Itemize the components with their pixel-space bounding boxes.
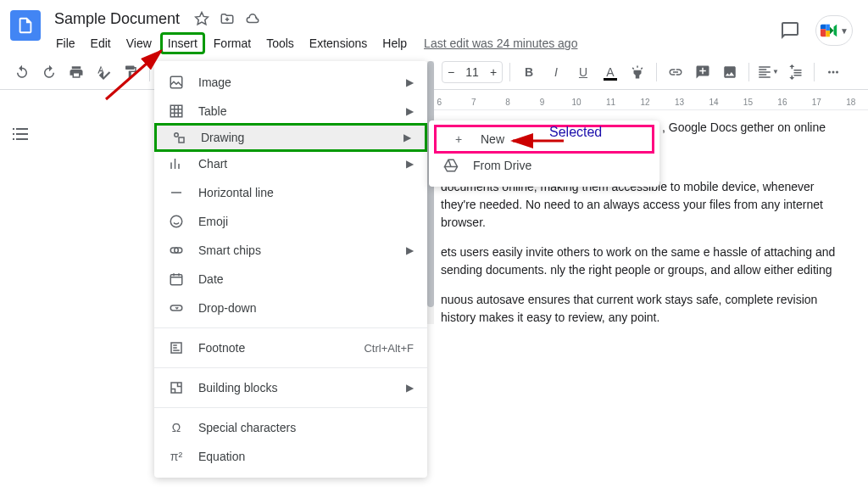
doc-paragraph: ets users easily invite others to work o… (441, 243, 843, 279)
svg-point-6 (175, 133, 179, 137)
menu-table[interactable]: Table ▶ (154, 97, 427, 126)
font-size-plus[interactable]: + (485, 65, 502, 79)
highlight-button[interactable] (626, 60, 649, 84)
menu-chart[interactable]: Chart ▶ (154, 149, 427, 178)
drawing-submenu: + New From Drive (429, 120, 659, 187)
menu-drawing[interactable]: Drawing ▶ (154, 123, 427, 152)
menu-insert[interactable]: Insert (160, 32, 205, 54)
menu-smart-chips[interactable]: Smart chips ▶ (154, 236, 427, 265)
submenu-new[interactable]: + New (434, 125, 654, 154)
svg-rect-5 (170, 105, 182, 117)
menu-tools[interactable]: Tools (259, 33, 301, 53)
blocks-icon (168, 379, 185, 396)
paint-format-button[interactable] (119, 60, 142, 84)
font-size-control[interactable]: − 11 + (442, 61, 503, 83)
menu-emoji[interactable]: Emoji (154, 207, 427, 236)
outline-icon[interactable] (10, 124, 31, 144)
omega-icon: Ω (168, 419, 185, 436)
chart-icon (168, 155, 185, 172)
menu-file[interactable]: File (49, 33, 82, 53)
table-icon (168, 103, 185, 120)
cloud-icon[interactable] (244, 10, 261, 27)
footnote-icon (168, 339, 185, 356)
align-button[interactable]: ▼ (756, 60, 780, 84)
star-icon[interactable] (193, 10, 210, 27)
italic-button[interactable]: I (544, 60, 568, 84)
pi-icon: π² (168, 448, 185, 465)
svg-rect-7 (179, 137, 184, 143)
emoji-icon (168, 213, 185, 230)
plus-icon: + (450, 131, 467, 148)
menu-date[interactable]: Date (154, 265, 427, 294)
submenu-from-drive[interactable]: From Drive (429, 151, 659, 180)
doc-paragraph: nuous autosave ensures that current work… (441, 291, 843, 327)
menu-scrollbar[interactable] (427, 61, 434, 324)
chips-icon (168, 242, 185, 259)
spellcheck-button[interactable] (92, 60, 115, 84)
menu-extensions[interactable]: Extensions (303, 33, 374, 53)
chevron-right-icon: ▶ (403, 131, 411, 143)
menu-equation[interactable]: π² Equation (154, 442, 427, 471)
date-icon (168, 271, 185, 288)
chevron-right-icon: ▶ (406, 244, 414, 256)
last-edit-link[interactable]: Last edit was 24 minutes ago (424, 36, 577, 50)
toolbar: − 11 + B I U A ▼ (0, 54, 868, 90)
image-icon (168, 74, 185, 91)
menu-image[interactable]: Image ▶ (154, 68, 427, 97)
chevron-right-icon: ▶ (406, 158, 414, 170)
chevron-right-icon: ▶ (406, 76, 414, 88)
bold-button[interactable]: B (517, 60, 541, 84)
menubar: File Edit View Insert Format Tools Exten… (49, 32, 771, 54)
underline-button[interactable]: U (571, 60, 595, 84)
menu-building-blocks[interactable]: Building blocks ▶ (154, 373, 427, 402)
font-size-value[interactable]: 11 (459, 65, 485, 79)
menu-dropdown[interactable]: Drop-down (154, 294, 427, 322)
undo-button[interactable] (10, 60, 34, 84)
doc-title[interactable]: Sample Document (49, 8, 185, 30)
insert-menu: Image ▶ Table ▶ Drawing ▶ Chart ▶ Horizo… (154, 61, 427, 478)
move-icon[interactable] (219, 10, 236, 27)
menu-edit[interactable]: Edit (84, 33, 118, 53)
menu-horizontal-line[interactable]: Horizontal line (154, 178, 427, 207)
comments-icon[interactable] (780, 20, 800, 41)
insert-image-button[interactable] (718, 60, 742, 84)
text-color-button[interactable]: A (598, 60, 622, 84)
menu-special-characters[interactable]: Ω Special characters (154, 413, 427, 442)
redo-button[interactable] (37, 60, 61, 84)
print-button[interactable] (64, 60, 88, 84)
svg-point-2 (832, 70, 835, 73)
menu-footnote[interactable]: Footnote Ctrl+Alt+F (154, 333, 427, 362)
link-button[interactable] (664, 60, 687, 84)
svg-marker-0 (196, 13, 209, 25)
line-spacing-button[interactable] (783, 60, 807, 84)
chevron-right-icon: ▶ (406, 105, 414, 117)
docs-logo[interactable] (10, 10, 41, 41)
svg-rect-11 (170, 275, 182, 285)
svg-rect-14 (171, 383, 181, 393)
font-size-minus[interactable]: − (442, 65, 459, 79)
svg-point-8 (170, 215, 182, 227)
drawing-icon (170, 129, 187, 146)
drive-icon (442, 157, 459, 174)
menu-view[interactable]: View (120, 33, 159, 53)
svg-point-3 (836, 70, 838, 73)
chevron-right-icon: ▶ (406, 382, 414, 394)
more-button[interactable] (821, 60, 845, 84)
menu-format[interactable]: Format (207, 33, 258, 53)
add-comment-button[interactable] (691, 60, 715, 84)
hr-icon (168, 184, 185, 201)
meet-button[interactable]: ▼ (815, 15, 853, 46)
dropdown-icon (168, 299, 185, 316)
annotation-selected-label: Selected (549, 125, 602, 140)
svg-point-1 (828, 70, 831, 73)
menu-help[interactable]: Help (376, 33, 414, 53)
